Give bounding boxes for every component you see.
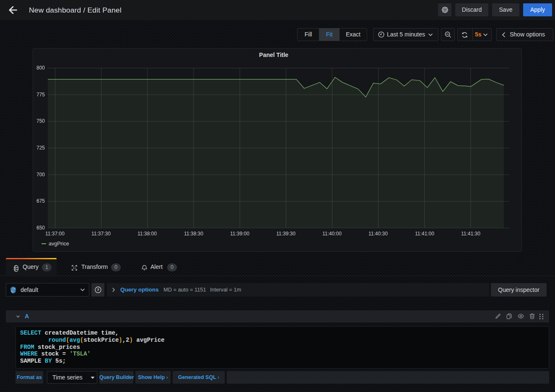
svg-text:?: ? xyxy=(97,287,99,292)
